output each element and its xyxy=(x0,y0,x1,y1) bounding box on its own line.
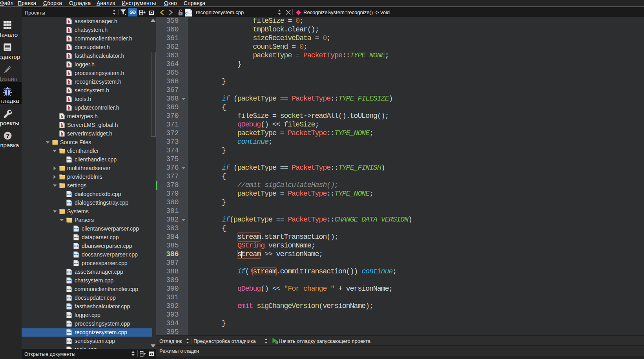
svg-text:h: h xyxy=(61,123,64,128)
svg-text:h: h xyxy=(68,97,71,102)
svg-text:h: h xyxy=(68,45,71,50)
svg-text:h: h xyxy=(61,131,64,137)
svg-text:h: h xyxy=(68,19,71,24)
svg-text:?: ? xyxy=(6,133,9,139)
svg-text:h: h xyxy=(68,71,71,76)
svg-text:h: h xyxy=(68,36,71,42)
svg-text:C++: C++ xyxy=(185,11,192,15)
svg-text:h: h xyxy=(68,62,71,68)
svg-text:h: h xyxy=(68,53,71,59)
svg-text:h: h xyxy=(68,79,71,85)
svg-text:h: h xyxy=(61,114,64,119)
svg-text:h: h xyxy=(68,105,71,111)
svg-text:h: h xyxy=(68,88,71,93)
svg-text:h: h xyxy=(68,27,71,33)
